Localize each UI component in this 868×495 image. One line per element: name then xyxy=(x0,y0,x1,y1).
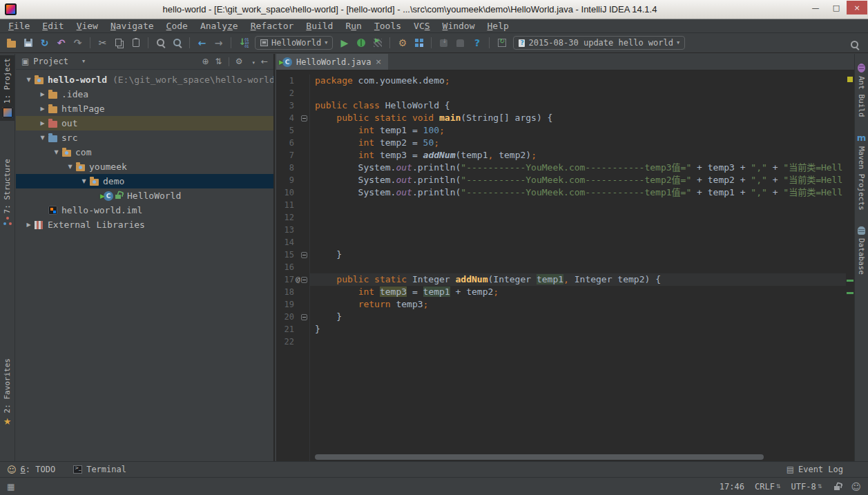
vcs-changelist-select[interactable]: 2015-08-30 update hello world▼ xyxy=(513,36,685,50)
tool-button-structure[interactable]: 7: Structure xyxy=(0,156,15,228)
expand-arrow-icon[interactable]: ▼ xyxy=(37,135,48,141)
hide-panel-icon[interactable]: ← xyxy=(261,57,268,66)
menu-file[interactable]: File xyxy=(2,21,36,31)
tree-item-htmlpage[interactable]: ▶htmlPage xyxy=(16,101,273,116)
horizontal-scrollbar[interactable] xyxy=(315,454,764,460)
maximize-button[interactable]: □ xyxy=(826,1,847,14)
back-button[interactable]: ← xyxy=(194,35,210,50)
collapse-all-icon[interactable]: ⇅ xyxy=(215,57,222,66)
find-button[interactable] xyxy=(153,35,168,50)
locate-file-icon[interactable]: ⊕ xyxy=(202,57,209,66)
expand-arrow-icon[interactable]: ▼ xyxy=(50,149,62,155)
redo-button[interactable]: ↷ xyxy=(70,35,86,50)
tool-button-todo[interactable]: ☺ 6: TODO xyxy=(7,465,55,475)
fold-marker-icon[interactable] xyxy=(301,314,307,320)
paste-button[interactable] xyxy=(128,35,144,50)
menu-run[interactable]: Run xyxy=(339,21,367,31)
tree-item-external-libraries[interactable]: ▶External Libraries xyxy=(16,217,273,232)
debug-button[interactable] xyxy=(353,35,369,50)
tree-item--idea[interactable]: ▶.idea xyxy=(16,87,273,101)
unlock-icon[interactable] xyxy=(834,486,840,490)
menu-tools[interactable]: Tools xyxy=(368,21,407,31)
expand-arrow-icon[interactable]: ▼ xyxy=(23,77,35,83)
line-separator-selector[interactable]: CRLF⇅ xyxy=(755,482,781,492)
line-number: 9 xyxy=(276,174,294,186)
replace-button[interactable] xyxy=(169,35,185,50)
expand-arrow-icon[interactable]: ▶ xyxy=(37,106,48,112)
annotation-gutter-icon[interactable]: @ xyxy=(296,273,300,286)
tree-item-src[interactable]: ▼src xyxy=(16,130,273,145)
intellij-icon xyxy=(2,107,13,118)
hector-inspections-icon[interactable]: ☺ xyxy=(851,481,861,492)
tool-button-maven-projects[interactable]: m Maven Projects xyxy=(855,130,868,213)
tree-item-com[interactable]: ▼com xyxy=(16,145,273,159)
run-configuration-select[interactable]: HelloWorld▼ xyxy=(255,36,333,50)
tool-button-event-log[interactable]: ▤ Event Log xyxy=(787,465,843,474)
tool-button-favorites[interactable]: 2: Favorites ★ xyxy=(0,356,15,429)
tab-helloworld-java[interactable]: C HelloWorld.java × xyxy=(276,54,388,70)
menu-view[interactable]: View xyxy=(70,21,104,31)
gear-icon[interactable]: ⚙▾ xyxy=(235,57,255,66)
save-all-button[interactable] xyxy=(20,35,36,50)
menu-edit[interactable]: Edit xyxy=(36,21,70,31)
menu-analyze[interactable]: Analyze xyxy=(194,21,244,31)
tree-item-out[interactable]: ▶out xyxy=(16,116,273,130)
vcs-change-mark[interactable] xyxy=(847,292,853,294)
menu-window[interactable]: Window xyxy=(436,21,481,31)
copy-button[interactable] xyxy=(111,35,127,50)
tool-button-ant-build[interactable]: Ant Build xyxy=(855,61,868,120)
run-with-coverage-button[interactable] xyxy=(369,35,385,50)
open-file-button[interactable] xyxy=(3,35,19,50)
tree-item-helloworld[interactable]: CHelloWorld xyxy=(16,188,273,203)
recent-changes-button[interactable] xyxy=(235,35,251,50)
caret-position[interactable]: 17:46 xyxy=(720,482,744,492)
expand-arrow-icon[interactable]: ▶ xyxy=(23,222,35,228)
tree-item-hello-world-iml[interactable]: hello-world.iml xyxy=(16,203,273,217)
menu-help[interactable]: Help xyxy=(481,21,515,31)
vcs-change-mark[interactable] xyxy=(847,280,853,282)
cut-button[interactable]: ✂ xyxy=(95,35,110,50)
run-button[interactable]: ▶ xyxy=(336,35,352,50)
tool-button-database[interactable]: Database xyxy=(855,224,868,278)
android-sdk-manager-button[interactable] xyxy=(436,35,452,50)
android-avd-manager-button[interactable] xyxy=(452,35,468,50)
update-project-button[interactable] xyxy=(494,35,510,50)
toolwindow-switcher-icon[interactable]: ▦ xyxy=(7,482,15,492)
fold-marker-icon[interactable] xyxy=(301,252,307,258)
tree-item-youmeek[interactable]: ▼youmeek xyxy=(16,159,273,174)
search-everywhere-button[interactable] xyxy=(847,37,862,52)
expand-arrow-icon[interactable]: ▶ xyxy=(37,91,48,97)
expand-arrow-icon[interactable]: ▼ xyxy=(64,164,76,170)
expand-arrow-icon[interactable]: ▶ xyxy=(37,120,48,126)
encoding-selector[interactable]: UTF-8⇅ xyxy=(791,482,822,492)
warning-stripe-mark[interactable] xyxy=(847,77,853,82)
close-tab-icon[interactable]: × xyxy=(375,57,381,66)
menu-refactor[interactable]: Refactor xyxy=(244,21,300,31)
menu-navigate[interactable]: Navigate xyxy=(104,21,160,31)
tool-button-project[interactable]: 1: Project xyxy=(0,55,15,121)
fold-marker-icon[interactable] xyxy=(301,277,307,283)
close-button[interactable]: × xyxy=(847,1,867,14)
settings-button[interactable]: ⚙ xyxy=(394,35,410,50)
chevron-down-icon[interactable]: ▼ xyxy=(82,59,85,64)
tree-item-hello-world[interactable]: ▼hello-world (E:\git_work_space\hello-wo… xyxy=(16,72,273,87)
project-structure-button[interactable] xyxy=(411,35,427,50)
undo-button[interactable]: ↶ xyxy=(53,35,69,50)
menu-code[interactable]: Code xyxy=(160,21,194,31)
tool-button-terminal[interactable]: Terminal xyxy=(73,465,126,474)
forward-button[interactable]: → xyxy=(211,35,226,50)
code-editor[interactable]: 1234567891011121314151617@1819202122 pac… xyxy=(276,70,854,461)
menu-vcs[interactable]: VCS xyxy=(407,21,436,31)
tree-item-demo[interactable]: ▼demo xyxy=(16,174,273,188)
minimize-button[interactable]: — xyxy=(805,1,826,14)
gutter-row: 5 xyxy=(276,124,309,137)
synchronize-button[interactable]: ↻ xyxy=(37,35,52,50)
code-line-6: int temp2 = 50; xyxy=(315,137,846,149)
menu-build[interactable]: Build xyxy=(300,21,339,31)
fold-marker-icon[interactable] xyxy=(301,115,307,122)
tree-item-label: com xyxy=(75,147,91,157)
help-button[interactable]: ? xyxy=(469,35,485,50)
toolbar-separator xyxy=(189,37,190,48)
expand-arrow-icon[interactable]: ▼ xyxy=(78,178,90,184)
project-panel-title[interactable]: Project xyxy=(33,57,68,66)
